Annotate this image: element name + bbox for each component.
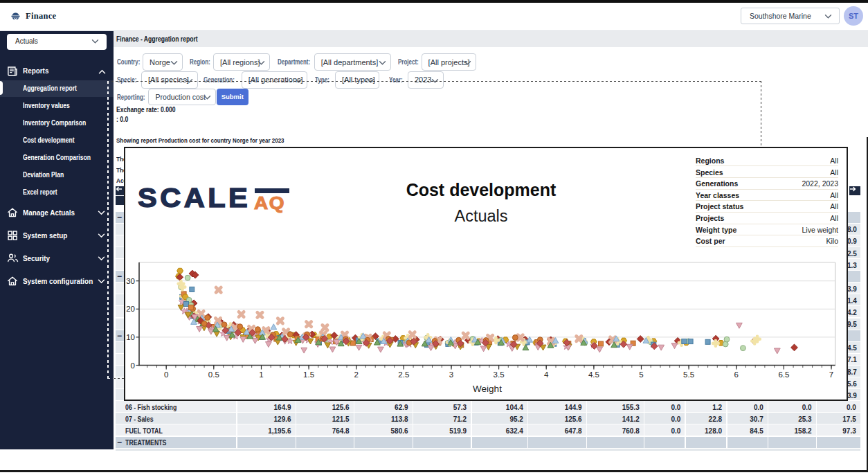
svg-text:Weight: Weight	[473, 384, 502, 394]
svg-text:20: 20	[126, 305, 135, 313]
svg-text:5.5: 5.5	[683, 370, 694, 379]
svg-text:2: 2	[354, 370, 358, 379]
svg-text:1: 1	[259, 370, 263, 379]
svg-text:1.5: 1.5	[303, 370, 314, 379]
svg-text:4: 4	[544, 370, 549, 379]
svg-text:4.5: 4.5	[588, 370, 599, 379]
svg-text:7: 7	[829, 370, 833, 379]
svg-text:2.5: 2.5	[398, 370, 409, 379]
svg-text:0: 0	[131, 361, 135, 370]
svg-text:3.5: 3.5	[494, 370, 505, 379]
svg-text:0.5: 0.5	[208, 370, 219, 379]
svg-text:30: 30	[126, 277, 135, 285]
svg-text:6.5: 6.5	[778, 370, 789, 379]
svg-text:10: 10	[126, 333, 135, 341]
svg-text:0: 0	[164, 370, 168, 379]
svg-text:5: 5	[639, 370, 643, 379]
svg-text:6: 6	[734, 370, 739, 379]
svg-text:3: 3	[449, 370, 453, 379]
